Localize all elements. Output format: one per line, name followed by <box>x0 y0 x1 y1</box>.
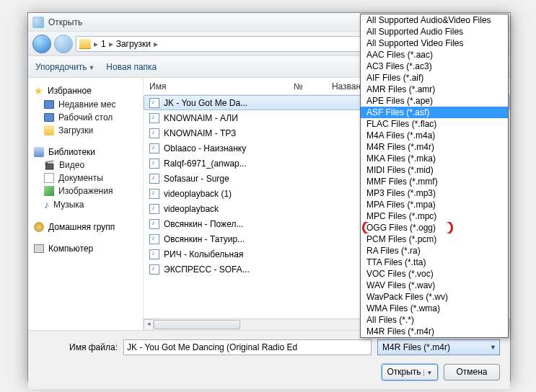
dropdown-item[interactable]: PCM Files (*.pcm) <box>361 233 508 245</box>
dropdown-item[interactable]: AAC Files (*.aac) <box>361 49 508 61</box>
audio-file-icon <box>149 113 159 123</box>
scroll-left-icon[interactable]: ◂ <box>144 319 154 331</box>
scrollbar-thumb[interactable] <box>154 320 240 329</box>
star-icon: ★ <box>34 85 43 97</box>
download-icon <box>44 125 54 135</box>
filetype-combo[interactable]: M4R Files (*.m4r) ▼ <box>377 339 500 355</box>
dropdown-item[interactable]: MIDI Files (*.mid) <box>361 164 508 176</box>
dropdown-item[interactable]: WavPack Files (*.wv) <box>361 291 508 303</box>
audio-file-icon <box>149 234 159 244</box>
file-name: JK - You Got Me Da... <box>164 98 247 108</box>
audio-file-icon <box>149 143 159 153</box>
new-folder-button[interactable]: Новая папка <box>106 62 157 72</box>
sidebar-item-desktop[interactable]: Рабочий стол <box>31 111 140 124</box>
sidebar-item-images[interactable]: Изображения <box>31 184 140 197</box>
chevron-right-icon: ▸ <box>109 39 113 49</box>
dropdown-item[interactable]: VOC Files (*.voc) <box>361 268 508 280</box>
filename-input[interactable] <box>123 339 372 355</box>
audio-file-icon <box>149 128 159 138</box>
folder-icon <box>79 39 91 49</box>
chevron-down-icon: ▼ <box>490 344 496 351</box>
file-name: РИЧ - Колыбельная <box>164 249 243 259</box>
dropdown-item[interactable]: MP3 Files (*.mp3) <box>361 187 508 199</box>
sidebar-computer[interactable]: Компьютер <box>31 242 140 255</box>
file-name: KNOWNAIM - ТРЗ <box>164 128 236 138</box>
document-icon <box>44 173 54 183</box>
chevron-right-icon: ▸ <box>154 39 158 49</box>
dropdown-item[interactable]: MMF Files (*.mmf) <box>361 176 508 187</box>
video-icon: 🎬 <box>44 160 55 170</box>
open-button[interactable]: Открыть▼ <box>382 364 438 380</box>
chevron-right-icon: ▸ <box>94 39 98 49</box>
audio-file-icon <box>149 159 159 169</box>
homegroup-icon <box>34 222 44 232</box>
dropdown-item[interactable]: MPA Files (*.mpa) <box>361 199 508 210</box>
dropdown-item[interactable]: WAV Files (*.wav) <box>361 280 508 291</box>
navigation-sidebar: ★Избранное Недавние мес Рабочий стол Заг… <box>28 78 144 330</box>
dropdown-item[interactable]: All Files (*.*) <box>361 314 508 326</box>
file-name: Oblaaco - Наизнанку <box>164 143 246 153</box>
dropdown-item[interactable]: OGG Files (*.ogg) <box>361 222 508 233</box>
back-button[interactable] <box>32 35 51 53</box>
col-name[interactable]: Имя <box>149 81 265 92</box>
dropdown-item[interactable]: All Supported Audio Files <box>361 26 508 37</box>
audio-file-icon <box>149 174 159 184</box>
file-name: ЭКСПРЕСС - SOFA... <box>164 264 250 275</box>
image-icon <box>44 186 54 196</box>
file-name: Овсянкин - Татуир... <box>164 234 245 244</box>
sidebar-item-recent[interactable]: Недавние мес <box>31 98 140 111</box>
dropdown-item[interactable]: M4R Files (*.m4r) <box>361 326 508 337</box>
file-name: Ralqf-6971_(anwap... <box>164 159 247 169</box>
music-icon: ♪ <box>44 199 49 210</box>
audio-file-icon <box>149 219 159 229</box>
dropdown-item[interactable]: ASF Files (*.asf) <box>361 107 508 118</box>
dropdown-item[interactable]: TTA Files (*.tta) <box>361 257 508 268</box>
breadcrumb-part[interactable]: Загрузки <box>116 39 151 49</box>
file-name: Sofasaur - Surge <box>164 174 229 184</box>
sidebar-favorites[interactable]: ★Избранное <box>31 84 140 98</box>
sidebar-item-documents[interactable]: Документы <box>31 172 140 184</box>
filename-label: Имя файла: <box>38 342 118 352</box>
breadcrumb-part[interactable]: 1 <box>101 39 106 49</box>
dropdown-item[interactable]: MKA Files (*.mka) <box>361 153 508 164</box>
dropdown-item[interactable]: AMR Files (*.amr) <box>361 84 508 95</box>
highlight-annotation <box>362 222 453 233</box>
file-name: videoplayback <box>164 204 219 214</box>
audio-file-icon <box>149 204 159 214</box>
sidebar-item-downloads[interactable]: Загрузки <box>31 124 140 137</box>
dropdown-item[interactable]: APE Files (*.ape) <box>361 95 508 107</box>
dropdown-item[interactable]: AIF Files (*.aif) <box>361 72 508 84</box>
file-name: Овсянкин - Пожел... <box>164 219 243 229</box>
dropdown-item[interactable]: RA Files (*.ra) <box>361 245 508 257</box>
audio-file-icon <box>149 249 159 259</box>
sidebar-item-video[interactable]: 🎬Видео <box>31 159 140 172</box>
audio-file-icon <box>149 98 159 108</box>
sidebar-libraries[interactable]: Библиотеки <box>31 146 140 159</box>
organize-menu[interactable]: Упорядочить▼ <box>35 62 95 72</box>
sidebar-homegroup[interactable]: Домашняя групп <box>31 220 140 233</box>
dropdown-item[interactable]: M4A Files (*.m4a) <box>361 130 508 141</box>
library-icon <box>34 147 44 157</box>
filetype-dropdown[interactable]: All Supported Audio&Video FilesAll Suppo… <box>360 14 509 338</box>
dropdown-item[interactable]: WMA Files (*.wma) <box>361 303 508 314</box>
filetype-selected: M4R Files (*.m4r) <box>382 342 450 352</box>
app-icon <box>32 17 44 28</box>
dropdown-item[interactable]: M4R Files (*.m4r) <box>361 141 508 153</box>
cancel-button[interactable]: Отмена <box>444 364 500 380</box>
dropdown-item[interactable]: FLAC Files (*.flac) <box>361 118 508 130</box>
forward-button[interactable] <box>54 35 73 53</box>
dialog-footer: Имя файла: M4R Files (*.m4r) ▼ Открыть▼ … <box>28 330 510 389</box>
dropdown-item[interactable]: All Supported Video Files <box>361 37 508 49</box>
dropdown-item[interactable]: All Supported Audio&Video Files <box>361 14 508 26</box>
computer-icon <box>34 244 44 253</box>
dropdown-item[interactable]: MPC Files (*.mpc) <box>361 210 508 222</box>
file-name: videoplayback (1) <box>164 189 232 199</box>
recent-icon <box>44 100 54 109</box>
file-name: KNOWNAIM - АЛИ <box>164 113 238 123</box>
audio-file-icon <box>149 189 159 199</box>
breadcrumb[interactable]: ▸ 1 ▸ Загрузки ▸ <box>76 36 367 52</box>
audio-file-icon <box>149 264 159 275</box>
sidebar-item-music[interactable]: ♪Музыка <box>31 197 140 212</box>
dropdown-item[interactable]: AC3 Files (*.ac3) <box>361 61 508 72</box>
col-number[interactable]: № <box>294 81 303 92</box>
